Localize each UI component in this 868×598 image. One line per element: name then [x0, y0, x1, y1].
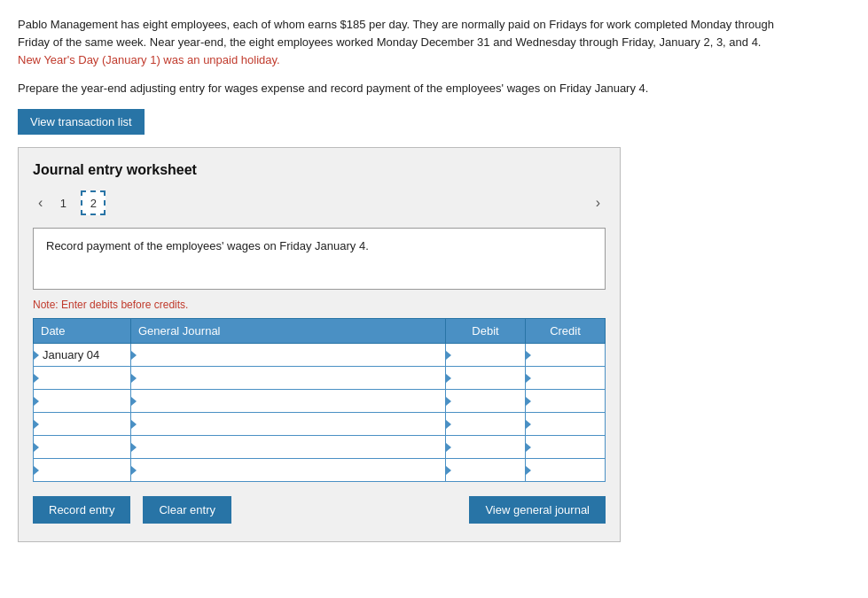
date-cell-4	[34, 413, 131, 436]
record-entry-button[interactable]: Record entry	[33, 496, 130, 524]
triangle-indicator	[34, 420, 39, 429]
journal-input-2[interactable]	[140, 367, 445, 389]
prev-tab-arrow[interactable]: ‹	[33, 193, 48, 213]
date-value-1: January 04	[43, 348, 99, 361]
triangle-indicator	[131, 374, 137, 383]
journal-table: Date General Journal Debit Credit Januar…	[33, 318, 606, 482]
date-cell-6	[34, 459, 131, 482]
date-cell-1: January 04	[34, 344, 131, 367]
table-row: January 04	[34, 344, 606, 367]
triangle-indicator	[526, 374, 531, 383]
journal-input-5[interactable]	[140, 436, 445, 458]
tab-navigation: ‹ 1 2 ›	[33, 190, 606, 215]
debit-input-5[interactable]	[455, 436, 525, 458]
table-row	[34, 459, 606, 482]
triangle-indicator	[446, 466, 451, 475]
credit-cell-4[interactable]	[526, 413, 606, 436]
journal-cell-4[interactable]	[131, 413, 446, 436]
date-cell-3	[34, 390, 131, 413]
date-cell-5	[34, 436, 131, 459]
credit-input-3[interactable]	[535, 390, 605, 412]
journal-cell-3[interactable]	[131, 390, 446, 413]
triangle-indicator	[446, 351, 451, 360]
credit-cell-6[interactable]	[526, 459, 606, 482]
problem-paragraph1: Pablo Management has eight employees, ea…	[18, 16, 780, 69]
debit-cell-5[interactable]	[446, 436, 526, 459]
debit-cell-2[interactable]	[446, 367, 526, 390]
col-header-debit: Debit	[446, 319, 526, 344]
journal-entry-worksheet: Journal entry worksheet ‹ 1 2 › Record p…	[18, 147, 621, 542]
credit-cell-2[interactable]	[526, 367, 606, 390]
tab-1[interactable]: 1	[51, 190, 75, 215]
journal-cell-6[interactable]	[131, 459, 446, 482]
triangle-indicator	[131, 443, 137, 452]
journal-input-6[interactable]	[140, 459, 445, 481]
worksheet-title: Journal entry worksheet	[33, 162, 606, 178]
debit-cell-1[interactable]	[446, 344, 526, 367]
credit-cell-5[interactable]	[526, 436, 606, 459]
debit-cell-3[interactable]	[446, 390, 526, 413]
problem-paragraph2: Prepare the year-end adjusting entry for…	[18, 82, 780, 95]
triangle-indicator	[526, 443, 531, 452]
credit-input-6[interactable]	[535, 459, 605, 481]
date-cell-2	[34, 367, 131, 390]
triangle-indicator	[446, 374, 451, 383]
view-general-journal-button[interactable]: View general journal	[469, 496, 606, 524]
col-header-journal: General Journal	[131, 319, 446, 344]
worksheet-description: Record payment of the employees' wages o…	[33, 228, 606, 290]
highlight-text: New Year's Day (January 1) was an unpaid…	[18, 53, 280, 66]
triangle-indicator	[131, 351, 137, 360]
journal-cell-2[interactable]	[131, 367, 446, 390]
debit-input-2[interactable]	[455, 367, 525, 389]
debit-input-3[interactable]	[455, 390, 525, 412]
table-row	[34, 367, 606, 390]
credit-cell-1[interactable]	[526, 344, 606, 367]
debit-cell-6[interactable]	[446, 459, 526, 482]
journal-cell-1[interactable]	[131, 344, 446, 367]
credit-input-4[interactable]	[535, 413, 605, 435]
action-buttons-row: Record entry Clear entry View general jo…	[33, 496, 606, 524]
view-transaction-button[interactable]: View transaction list	[18, 109, 145, 135]
triangle-indicator	[131, 397, 137, 406]
col-header-credit: Credit	[526, 319, 606, 344]
clear-entry-button[interactable]: Clear entry	[143, 496, 231, 524]
journal-input-4[interactable]	[140, 413, 445, 435]
triangle-indicator	[34, 443, 39, 452]
triangle-indicator	[131, 420, 137, 429]
triangle-indicator	[34, 466, 39, 475]
note-text: Note: Enter debits before credits.	[33, 299, 606, 311]
triangle-indicator	[446, 443, 451, 452]
table-row	[34, 390, 606, 413]
tab-2[interactable]: 2	[81, 190, 106, 215]
debit-input-6[interactable]	[455, 459, 525, 481]
table-row	[34, 436, 606, 459]
credit-input-5[interactable]	[535, 436, 605, 458]
triangle-indicator	[526, 466, 531, 475]
debit-input-1[interactable]	[455, 344, 525, 366]
triangle-indicator	[34, 374, 39, 383]
triangle-indicator	[446, 420, 451, 429]
journal-input-1[interactable]	[140, 344, 445, 366]
triangle-indicator	[34, 351, 39, 360]
triangle-indicator	[526, 351, 531, 360]
next-tab-arrow[interactable]: ›	[590, 193, 606, 213]
table-row	[34, 413, 606, 436]
col-header-date: Date	[34, 319, 131, 344]
debit-input-4[interactable]	[455, 413, 525, 435]
triangle-indicator	[526, 397, 531, 406]
journal-input-3[interactable]	[140, 390, 445, 412]
triangle-indicator	[446, 397, 451, 406]
credit-cell-3[interactable]	[526, 390, 606, 413]
triangle-indicator	[34, 397, 39, 406]
credit-input-2[interactable]	[535, 367, 605, 389]
credit-input-1[interactable]	[535, 344, 605, 366]
triangle-indicator	[526, 420, 531, 429]
triangle-indicator	[131, 466, 137, 475]
journal-cell-5[interactable]	[131, 436, 446, 459]
debit-cell-4[interactable]	[446, 413, 526, 436]
